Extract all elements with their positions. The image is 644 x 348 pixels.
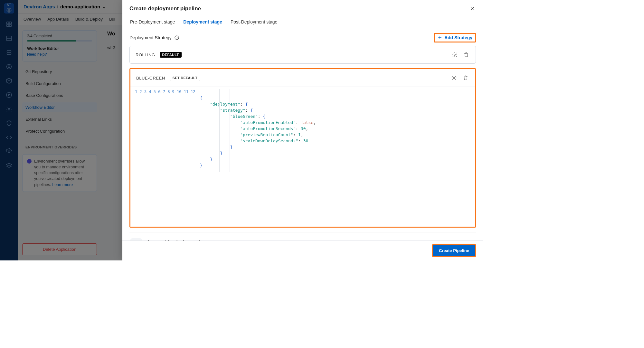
create-pipeline-panel: Create deployment pipeline Pre-Deploymen… [122, 0, 483, 260]
panel-footer: Create Pipeline [122, 240, 483, 260]
trash-icon [463, 52, 469, 58]
svg-point-16 [453, 77, 455, 79]
approval-row: Approval for deployment Deployment requi… [129, 232, 476, 240]
close-icon [470, 6, 475, 11]
tab-post-deployment[interactable]: Post-Deployment stage [230, 16, 278, 28]
set-default-button[interactable]: SET DEFAULT [170, 75, 201, 81]
tab-deployment[interactable]: Deployment stage [183, 16, 223, 28]
approval-icon-tile [130, 238, 142, 240]
create-pipeline-button[interactable]: Create Pipeline [432, 244, 476, 257]
panel-header: Create deployment pipeline Pre-Deploymen… [122, 0, 483, 28]
svg-point-14 [176, 39, 177, 39]
bluegreen-delete-button[interactable] [462, 74, 469, 81]
help-icon[interactable] [174, 35, 179, 40]
add-strategy-label: Add Strategy [444, 35, 472, 40]
strategy-blue-green-name: BLUE-GREEN [136, 76, 165, 80]
stage-tabs: Pre-Deployment stage Deployment stage Po… [129, 16, 476, 28]
strategy-code-editor[interactable]: 1 2 3 4 5 6 7 8 9 10 11 12 { "deployment… [130, 87, 475, 227]
bluegreen-settings-button[interactable] [450, 74, 458, 81]
code-gutter: 1 2 3 4 5 6 7 8 9 10 11 12 [130, 87, 199, 201]
code-content[interactable]: { "deployment": { "strategy": { "blueGre… [199, 87, 319, 201]
trash-icon [463, 75, 469, 81]
add-strategy-button[interactable]: Add Strategy [434, 33, 476, 42]
svg-point-13 [175, 36, 179, 40]
svg-point-15 [454, 54, 456, 56]
strategy-blue-green-card: BLUE-GREEN SET DEFAULT 1 2 3 4 5 6 7 8 9… [129, 68, 476, 228]
strategy-rolling-name: ROLLING [136, 52, 155, 57]
tab-pre-deployment[interactable]: Pre-Deployment stage [129, 16, 175, 28]
gear-icon [452, 52, 458, 58]
rolling-settings-button[interactable] [451, 51, 458, 58]
plus-icon [437, 35, 442, 40]
strategy-rolling-card: ROLLING DEFAULT [129, 46, 476, 64]
close-button[interactable] [469, 5, 476, 12]
panel-title: Create deployment pipeline [129, 5, 201, 12]
gear-icon [451, 75, 457, 81]
default-chip: DEFAULT [160, 52, 182, 58]
panel-body: Deployment Strategy Add Strategy ROLLING… [122, 28, 483, 240]
section-label: Deployment Strategy [129, 35, 172, 40]
rolling-delete-button[interactable] [463, 51, 470, 58]
strategy-section-header: Deployment Strategy Add Strategy [129, 33, 476, 42]
